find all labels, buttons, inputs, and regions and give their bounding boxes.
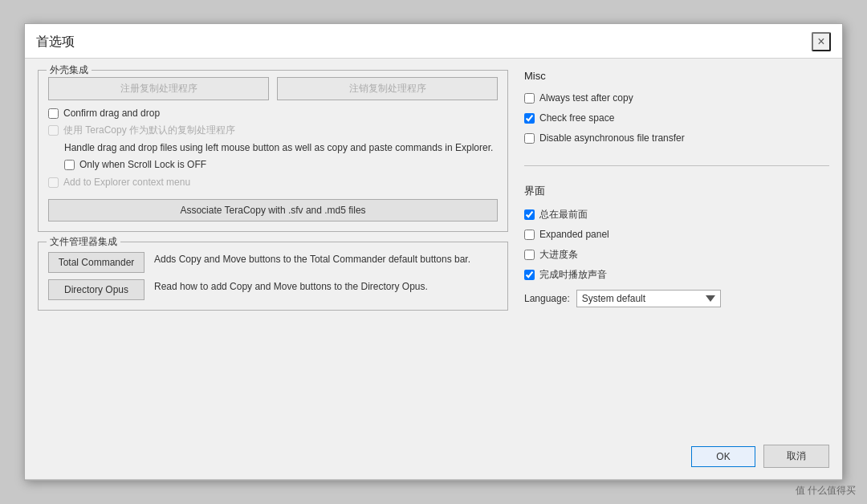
preferences-dialog: 首选项 × 外壳集成 注册复制处理程序 注销复制处理程序 Confirm dra… <box>24 23 843 481</box>
directory-opus-description: Read how to add Copy and Move buttons to… <box>154 279 428 294</box>
always-test-row: Always test after copy <box>524 91 829 105</box>
context-menu-checkbox[interactable] <box>48 177 59 188</box>
always-test-checkbox[interactable] <box>524 93 535 104</box>
confirm-drag-drop-row: Confirm drag and drop <box>48 107 498 120</box>
shell-integration-label: 外壳集成 <box>47 63 92 77</box>
language-label: Language: <box>524 293 570 304</box>
expanded-panel-label: Expanded panel <box>539 228 609 242</box>
bottom-border <box>25 479 842 480</box>
confirm-drag-drop-checkbox[interactable] <box>48 108 59 119</box>
handle-drag-description: Handle drag and drop files using left mo… <box>64 140 498 155</box>
always-front-label: 总在最前面 <box>539 208 588 222</box>
watermark: 值 什么值得买 <box>796 484 856 498</box>
cancel-button[interactable]: 取消 <box>763 445 829 468</box>
file-manager-label: 文件管理器集成 <box>47 235 120 249</box>
play-sound-row: 完成时播放声音 <box>524 268 829 282</box>
big-progress-checkbox[interactable] <box>524 250 535 260</box>
use-teracopy-label: 使用 TeraCopy 作为默认的复制处理程序 <box>63 124 235 137</box>
associate-files-button[interactable]: Associate TeraCopy with .sfv and .md5 fi… <box>48 199 498 222</box>
total-commander-button[interactable]: Total Commander <box>48 252 144 273</box>
use-teracopy-checkbox[interactable] <box>48 125 59 136</box>
scroll-lock-row: Only when Scroll Lock is OFF <box>64 158 498 172</box>
left-panel: 外壳集成 注册复制处理程序 注销复制处理程序 Confirm drag and … <box>38 70 508 468</box>
confirm-drag-drop-label: Confirm drag and drop <box>63 107 160 120</box>
ui-section: 界面 总在最前面 Expanded panel 大进度条 完成时播放声音 <box>524 184 829 307</box>
disable-async-row: Disable asynchronous file transfer <box>524 132 829 145</box>
use-teracopy-row: 使用 TeraCopy 作为默认的复制处理程序 <box>48 124 498 137</box>
check-free-space-label: Check free space <box>539 112 614 125</box>
check-free-space-row: Check free space <box>524 112 829 125</box>
directory-opus-row: Directory Opus Read how to add Copy and … <box>48 279 498 300</box>
section-divider <box>524 165 829 166</box>
always-front-checkbox[interactable] <box>524 209 535 220</box>
ok-button[interactable]: OK <box>691 446 755 467</box>
expanded-panel-checkbox[interactable] <box>524 230 535 240</box>
ui-title: 界面 <box>524 184 829 198</box>
context-menu-row: Add to Explorer context menu <box>48 176 498 189</box>
big-progress-label: 大进度条 <box>539 248 578 262</box>
watermark-text: 值 什么值得买 <box>796 485 856 496</box>
dialog-body: 外壳集成 注册复制处理程序 注销复制处理程序 Confirm drag and … <box>25 59 842 479</box>
play-sound-label: 完成时播放声音 <box>539 268 607 282</box>
register-handler-button[interactable]: 注册复制处理程序 <box>48 77 269 100</box>
total-commander-description: Adds Copy and Move buttons to the Total … <box>154 252 470 266</box>
shell-integration-group: 外壳集成 注册复制处理程序 注销复制处理程序 Confirm drag and … <box>38 70 508 232</box>
scroll-lock-checkbox[interactable] <box>64 160 75 170</box>
register-buttons-row: 注册复制处理程序 注销复制处理程序 <box>48 77 498 100</box>
always-test-label: Always test after copy <box>539 91 633 105</box>
title-bar: 首选项 × <box>25 24 842 59</box>
misc-section: Misc Always test after copy Check free s… <box>524 70 829 148</box>
context-menu-label: Add to Explorer context menu <box>63 176 190 189</box>
expanded-panel-row: Expanded panel <box>524 228 829 242</box>
spacer <box>524 319 829 433</box>
misc-title: Misc <box>524 70 829 82</box>
unregister-handler-button[interactable]: 注销复制处理程序 <box>277 77 498 100</box>
file-manager-group: 文件管理器集成 Total Commander Adds Copy and Mo… <box>38 242 508 311</box>
always-front-row: 总在最前面 <box>524 208 829 222</box>
check-free-space-checkbox[interactable] <box>524 113 535 124</box>
language-row: Language: System default English Chinese… <box>524 290 829 307</box>
disable-async-label: Disable asynchronous file transfer <box>539 132 685 145</box>
right-panel: Misc Always test after copy Check free s… <box>524 70 829 468</box>
directory-opus-button[interactable]: Directory Opus <box>48 279 144 300</box>
play-sound-checkbox[interactable] <box>524 270 535 280</box>
language-select[interactable]: System default English Chinese (Simplifi… <box>576 290 721 307</box>
big-progress-row: 大进度条 <box>524 248 829 262</box>
scroll-lock-label: Only when Scroll Lock is OFF <box>79 158 206 172</box>
disable-async-checkbox[interactable] <box>524 133 535 144</box>
dialog-title: 首选项 <box>36 34 75 51</box>
footer-buttons: OK 取消 <box>524 445 829 468</box>
close-button[interactable]: × <box>812 32 831 51</box>
total-commander-row: Total Commander Adds Copy and Move butto… <box>48 252 498 273</box>
